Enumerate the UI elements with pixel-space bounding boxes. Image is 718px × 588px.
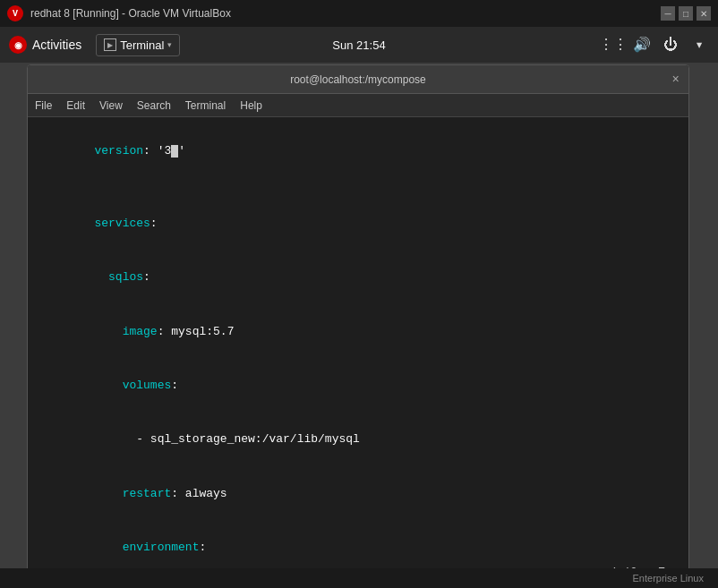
line-services: services: xyxy=(38,197,678,251)
os-window-title: redhat 8 [Running] - Oracle VM VirtualBo… xyxy=(30,7,654,20)
volume-icon[interactable]: 🔊 xyxy=(632,35,652,55)
activities-button[interactable]: ◉ Activities xyxy=(9,36,81,54)
os-titlebar: V redhat 8 [Running] - Oracle VM Virtual… xyxy=(0,0,718,27)
window-controls: ─ □ ✕ xyxy=(661,6,711,21)
taskbar: ◉ Activities ▶ Terminal ▾ Sun 21:54 ⋮⋮ 🔊… xyxy=(0,27,718,63)
terminal-close-button[interactable]: × xyxy=(672,72,680,87)
line-image-mysql: image: mysql:5.7 xyxy=(38,304,678,358)
line-volume-path: - sql_storage_new:/var/lib/mysql xyxy=(38,413,678,466)
clock: Sun 21:54 xyxy=(332,38,385,52)
line-blank1 xyxy=(38,178,678,196)
redhat-icon: ◉ xyxy=(9,36,27,54)
line-sqlos: sqlos: xyxy=(38,251,678,304)
terminal-icon: ▶ xyxy=(104,38,116,51)
network-icon[interactable]: ⋮⋮ xyxy=(603,35,623,55)
power-icon[interactable]: ⏻ xyxy=(661,35,680,55)
menu-help[interactable]: Help xyxy=(240,99,262,112)
settings-dropdown-icon[interactable]: ▾ xyxy=(689,35,709,55)
terminal-content[interactable]: version: '3' services: sqlos: image: mys… xyxy=(28,117,688,583)
activities-label: Activities xyxy=(32,38,81,52)
minimize-button[interactable]: ─ xyxy=(661,6,675,21)
menu-edit[interactable]: Edit xyxy=(66,99,85,112)
terminal-title: root@localhost:/mycompose xyxy=(290,73,426,86)
line-restart-mysql: restart: always xyxy=(38,467,678,521)
menu-terminal[interactable]: Terminal xyxy=(185,99,226,112)
terminal-window: root@localhost:/mycompose × File Edit Vi… xyxy=(27,64,689,584)
terminal-titlebar: root@localhost:/mycompose × xyxy=(28,65,688,94)
terminal-dropdown-arrow: ▾ xyxy=(167,40,172,49)
menu-file[interactable]: File xyxy=(35,99,52,112)
terminal-label: Terminal xyxy=(120,38,164,52)
terminal-menubar: File Edit View Search Terminal Help xyxy=(28,94,688,117)
line-version: version: '3' xyxy=(38,124,678,178)
menu-view[interactable]: View xyxy=(99,99,123,112)
maximize-button[interactable]: □ xyxy=(679,6,693,21)
enterprise-text: Enterprise Linux xyxy=(633,573,705,584)
enterprise-bar: Enterprise Linux xyxy=(0,568,718,588)
line-volumes: volumes: xyxy=(38,359,678,413)
virtualbox-icon: V xyxy=(7,5,23,21)
taskbar-right: ⋮⋮ 🔊 ⏻ ▾ xyxy=(603,35,709,55)
menu-search[interactable]: Search xyxy=(137,99,171,112)
terminal-taskbar-button[interactable]: ▶ Terminal ▾ xyxy=(96,34,180,56)
os-window-frame: V redhat 8 [Running] - Oracle VM Virtual… xyxy=(0,0,718,584)
close-button[interactable]: ✕ xyxy=(697,6,711,21)
